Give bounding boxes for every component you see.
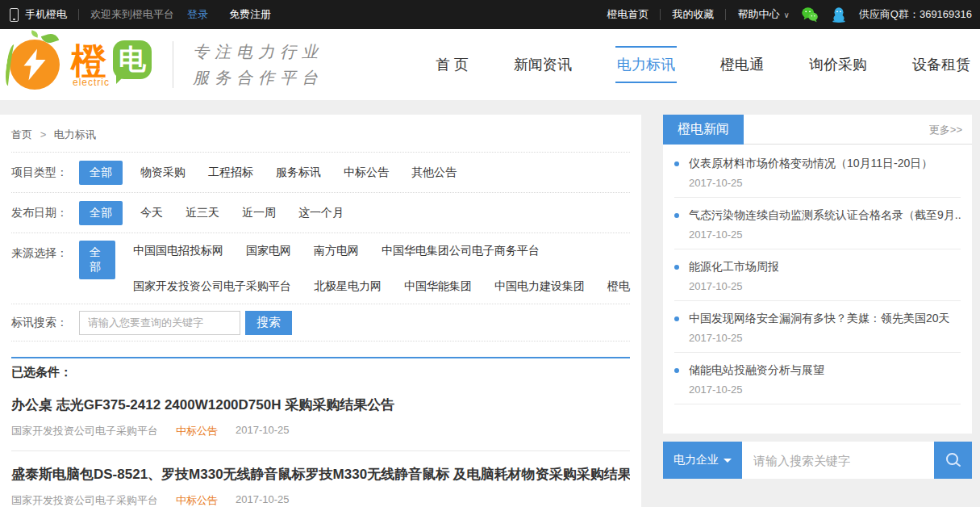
main-nav: 首 页 新闻资讯 电力标讯 橙电通 询价采购 设备租赁 — [434, 46, 972, 83]
filter-option[interactable]: 国家开发投资公司电子采购平台 — [133, 279, 291, 294]
filter-option[interactable]: 中国华能集团 — [404, 279, 472, 294]
filter-option[interactable]: 橙电 — [607, 279, 630, 294]
logo-bubble: 电 — [113, 40, 152, 79]
news-item[interactable]: 能源化工市场周报 2017-10-25 — [674, 249, 961, 301]
news-panel: 橙电新闻 更多>> 仪表原材料市场价格变动情况（10月11日-20日） 2017… — [663, 115, 972, 434]
nav-chengdiantong[interactable]: 橙电通 — [719, 48, 765, 82]
enterprise-category-label: 电力企业 — [673, 453, 719, 467]
nav-equipment-rental[interactable]: 设备租赁 — [911, 48, 972, 82]
logo-text-electric: electric — [73, 77, 110, 88]
news-line: 中国发现网络安全漏洞有多快？美媒：领先美国20天 — [674, 312, 961, 326]
qq-icon[interactable] — [830, 6, 848, 23]
nav-power-tenders[interactable]: 电力标讯 — [615, 46, 677, 83]
help-center-menu[interactable]: 帮助中心 — [737, 7, 779, 22]
tender-search-input[interactable] — [79, 311, 240, 335]
news-item[interactable]: 仪表原材料市场价格变动情况（10月11日-20日） 2017-10-25 — [674, 146, 961, 198]
news-more-link[interactable]: 更多>> — [929, 123, 962, 137]
result-meta: 国家开发投资公司电子采购平台 中标公告 2017-10-25 — [11, 493, 630, 507]
site-logo[interactable]: 橙 electric 电 — [10, 40, 152, 90]
dropdown-triangle-icon — [724, 459, 732, 467]
filter-label: 发布日期： — [11, 206, 79, 220]
result-date: 2017-10-25 — [236, 493, 290, 507]
filter-option[interactable]: 中国电力建设集团 — [494, 279, 585, 294]
logo-text-dian: 电 — [119, 41, 146, 78]
tagline: 专注电力行业 服务合作平台 — [173, 39, 323, 90]
site-header: 橙 electric 电 专注电力行业 服务合作平台 首 页 新闻资讯 电力标讯… — [0, 29, 980, 100]
filter-option[interactable]: 这一个月 — [298, 206, 344, 220]
topbar-right: 橙电首页 我的收藏 帮助中心 ∨ — [607, 6, 972, 23]
result-title-link[interactable]: 盛泰斯电脑包DS-8521、罗技M330无线静音鼠标罗技M330无线静音鼠标 及… — [11, 465, 630, 484]
news-item[interactable]: 储能电站投融资分析与展望 2017-10-25 — [674, 353, 961, 404]
enterprise-search-button[interactable] — [934, 442, 972, 479]
nav-home[interactable]: 首 页 — [434, 48, 470, 82]
mobile-phone-icon — [10, 8, 19, 22]
filter-option[interactable]: 中标公告 — [344, 166, 389, 180]
magnifier-icon — [945, 451, 962, 469]
chevron-down-icon: ∨ — [783, 10, 789, 19]
favorites-link[interactable]: 我的收藏 — [672, 7, 714, 22]
filter-option-all-active[interactable]: 全部 — [79, 201, 123, 225]
news-date: 2017-10-25 — [689, 177, 961, 189]
filter-option[interactable]: 中国华电集团公司电子商务平台 — [382, 244, 540, 258]
news-date: 2017-10-25 — [689, 383, 961, 396]
logo-text-cheng: 橙 — [71, 44, 106, 79]
filter-option[interactable]: 服务标讯 — [276, 166, 321, 180]
news-line: 气态污染物连续自动监测系统认证合格名录（截至9月... — [674, 208, 961, 223]
result-meta: 国家开发投资公司电子采购平台 中标公告 2017-10-25 — [11, 424, 630, 438]
logo-leaf-icon — [41, 31, 59, 45]
main-content-panel: 首页 > 电力标讯 项目类型： 全部 物资采购 工程招标 服务标讯 中标公告 其… — [0, 115, 641, 507]
topbar: 手机橙电 欢迎来到橙电平台 登录 免费注册 橙电首页 我的收藏 帮助中心 ∨ — [0, 0, 980, 29]
filter-source: 来源选择： 全部 中国国电招投标网 国家电网 南方电网 中国华电集团公司电子商务… — [11, 233, 630, 304]
result-title-link[interactable]: 办公桌 志光GF375-2412 2400W1200D750H 采购采购结果公告 — [11, 396, 630, 414]
result-item: 办公桌 志光GF375-2412 2400W1200D750H 采购采购结果公告… — [11, 382, 630, 451]
nav-news[interactable]: 新闻资讯 — [512, 48, 573, 82]
wechat-icon[interactable] — [801, 6, 819, 23]
news-tab[interactable]: 橙电新闻 — [663, 115, 744, 145]
bullet-dot-icon — [674, 316, 679, 321]
breadcrumb-home-link[interactable]: 首页 — [11, 128, 32, 140]
result-item: 盛泰斯电脑包DS-8521、罗技M330无线静音鼠标罗技M330无线静音鼠标 及… — [11, 451, 630, 507]
result-tag: 中标公告 — [176, 493, 218, 507]
filter-option-all-active[interactable]: 全部 — [79, 161, 123, 185]
filter-option[interactable]: 北极星电力网 — [314, 279, 382, 294]
filter-option[interactable]: 中国国电招投标网 — [133, 244, 223, 258]
news-item[interactable]: 中国发现网络安全漏洞有多快？美媒：领先美国20天 2017-10-25 — [674, 301, 961, 353]
filter-label: 项目类型： — [11, 166, 79, 180]
divider — [173, 41, 173, 88]
news-title: 气态污染物连续自动监测系统认证合格名录（截至9月... — [689, 208, 961, 223]
enterprise-category-dropdown[interactable]: 电力企业 — [663, 442, 742, 479]
news-line: 储能电站投融资分析与展望 — [674, 363, 961, 378]
filter-option[interactable]: 今天 — [140, 206, 163, 220]
filter-publish-date: 发布日期： 全部 今天 近三天 近一周 这一个月 — [11, 193, 630, 233]
filter-options: 中国国电招投标网 国家电网 南方电网 中国华电集团公司电子商务平台 国家开发投资… — [133, 233, 630, 304]
filter-option[interactable]: 国家电网 — [246, 244, 291, 258]
login-link[interactable]: 登录 — [187, 7, 208, 22]
site-home-link[interactable]: 橙电首页 — [607, 7, 648, 22]
breadcrumb: 首页 > 电力标讯 — [11, 115, 630, 153]
filter-option[interactable]: 物资采购 — [140, 166, 186, 180]
filter-options: 今天 近三天 近一周 这一个月 — [140, 206, 344, 220]
logo-circle — [10, 40, 60, 90]
filter-option[interactable]: 近三天 — [186, 206, 219, 220]
nav-inquiry-purchase[interactable]: 询价采购 — [807, 48, 869, 82]
enterprise-search-input[interactable] — [742, 442, 934, 479]
lightning-bolt-icon — [20, 48, 49, 82]
news-item[interactable]: 气态污染物连续自动监测系统认证合格名录（截至9月... 2017-10-25 — [674, 198, 961, 249]
divider — [725, 9, 726, 20]
tender-search-button[interactable]: 搜索 — [245, 311, 292, 335]
filter-option[interactable]: 南方电网 — [314, 244, 359, 258]
filter-option[interactable]: 其他公告 — [411, 166, 457, 180]
enterprise-search-bar: 电力企业 — [663, 442, 972, 479]
news-title: 储能电站投融资分析与展望 — [689, 363, 824, 378]
filter-option[interactable]: 工程招标 — [208, 166, 253, 180]
register-link[interactable]: 免费注册 — [229, 7, 271, 22]
result-source: 国家开发投资公司电子采购平台 — [11, 424, 158, 438]
mobile-site-link[interactable]: 手机橙电 — [25, 7, 67, 22]
filter-label: 来源选择： — [11, 246, 79, 261]
filter-option[interactable]: 近一周 — [242, 206, 276, 220]
result-date: 2017-10-25 — [236, 424, 290, 438]
filter-project-type: 项目类型： 全部 物资采购 工程招标 服务标讯 中标公告 其他公告 — [11, 153, 630, 193]
tagline-text: 专注电力行业 服务合作平台 — [193, 39, 323, 90]
filter-option-all-active[interactable]: 全部 — [79, 241, 115, 279]
tender-search-row: 标讯搜索： 搜索 — [11, 304, 630, 341]
